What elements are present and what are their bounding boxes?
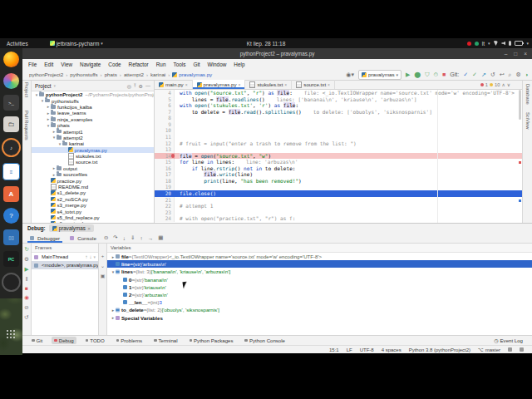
toolwindow-git[interactable]: Git bbox=[29, 337, 45, 344]
tree-item[interactable]: s1_delete.py bbox=[32, 190, 154, 195]
coverage-button[interactable]: ⛉ bbox=[425, 71, 429, 77]
window-title-bar[interactable]: pythonProject2 – pravalymas.py – □ × bbox=[22, 48, 532, 59]
step-into-icon[interactable]: ↓ bbox=[123, 235, 126, 241]
menu-help[interactable]: Help bbox=[234, 62, 244, 67]
event-log-button[interactable]: ◷Event Log bbox=[491, 337, 525, 344]
maximize-button[interactable]: □ bbox=[514, 51, 517, 57]
toolwindow-problems[interactable]: Problems bbox=[114, 337, 145, 344]
breadcrumb-item[interactable]: attempt2 bbox=[124, 71, 144, 77]
watch-options-icon[interactable]: ⌄ bbox=[101, 263, 105, 268]
variable-row[interactable]: ▾lines = {list: 3} ['bananai\n', 'kriaus… bbox=[107, 268, 532, 275]
frame-down-icon[interactable]: ↓ bbox=[89, 254, 91, 259]
close-icon[interactable]: × bbox=[238, 82, 240, 87]
tree-item[interactable]: ▾karinai bbox=[32, 140, 154, 146]
editor-scrollbar[interactable] bbox=[519, 90, 521, 223]
restore-layout-icon[interactable]: ↺ bbox=[24, 314, 28, 321]
search-icon[interactable]: ⌕ bbox=[509, 71, 512, 77]
update-project-icon[interactable]: ✓ bbox=[463, 71, 468, 77]
settings-icon[interactable]: ⚙ bbox=[139, 83, 143, 89]
view-options-icon[interactable]: ▣ bbox=[101, 273, 106, 278]
code-line[interactable]: 18 print(line, "has been removed!") bbox=[155, 178, 522, 185]
editor-tab[interactable]: source.txt× bbox=[292, 80, 335, 89]
lock-icon[interactable] bbox=[508, 347, 512, 352]
code-line[interactable]: 17 file.write(line) bbox=[155, 171, 522, 178]
rollback-icon[interactable]: ↩ bbox=[500, 71, 505, 77]
breadcrumb-item[interactable]: pythonProject2 bbox=[29, 71, 63, 77]
tool-strip-project[interactable]: Project bbox=[24, 82, 29, 97]
dock-libreoffice-writer-icon[interactable]: ≡ bbox=[2, 163, 20, 180]
tool-strip-sciview[interactable]: SciView bbox=[525, 112, 530, 130]
menu-window[interactable]: Window bbox=[208, 62, 227, 67]
tree-item[interactable]: ▸funkcijos_kalba bbox=[32, 104, 154, 110]
breadcrumb-item[interactable]: karinai bbox=[150, 71, 165, 77]
toolwindow-todo[interactable]: TODO bbox=[83, 337, 107, 344]
tree-item[interactable]: pravalymas.py bbox=[32, 147, 154, 153]
status-item[interactable]: 15:1 bbox=[329, 347, 339, 352]
project-panel-header[interactable]: Project ▾ ◎ ⤒ ⚙ — bbox=[32, 81, 154, 91]
tree-item[interactable]: ▾attempt2 bbox=[32, 135, 154, 140]
system-tray[interactable]: lt ▾ ▾ bbox=[467, 41, 529, 47]
collapse-all-icon[interactable]: ⤒ bbox=[134, 83, 136, 89]
variable-row[interactable]: 1 = {str} 'kriause\n' bbox=[107, 283, 532, 291]
tree-item[interactable]: ▾phats bbox=[32, 122, 154, 128]
code-line[interactable]: 12# fruit = input("enter a trash to remo… bbox=[155, 140, 522, 147]
toolwindow-debug[interactable]: Debug bbox=[52, 337, 76, 344]
variable-row[interactable]: 2 = {str} 'arbuzas\n' bbox=[107, 291, 532, 298]
editor-tab[interactable]: main.py× bbox=[155, 80, 193, 89]
locate-icon[interactable]: ◎ bbox=[127, 83, 131, 89]
history-icon[interactable]: ↺ bbox=[490, 71, 495, 77]
notifications-icon[interactable] bbox=[520, 347, 524, 352]
tool-strip-database[interactable]: Database bbox=[525, 84, 530, 105]
code-line[interactable]: 23 bbox=[155, 209, 522, 216]
code-with-me-icon[interactable]: ◗ bbox=[525, 71, 529, 77]
toolwindow-python-console[interactable]: Python Console bbox=[242, 337, 288, 344]
breadcrumb-item[interactable]: pravalymas.py bbox=[172, 71, 212, 77]
breadcrumb-item[interactable]: pythonstuffs bbox=[70, 71, 97, 77]
toolwindow-terminal[interactable]: Terminal bbox=[151, 337, 180, 344]
step-over-icon[interactable]: ↷ bbox=[113, 234, 117, 241]
code-line[interactable]: 19 bbox=[155, 184, 522, 190]
settings-icon[interactable]: ⚙ bbox=[24, 256, 29, 263]
menu-refactor[interactable]: Refactor bbox=[129, 62, 149, 67]
code-area[interactable]: 4with open("source.txt", "r") as file:fi… bbox=[155, 90, 522, 223]
rerun-icon[interactable]: ↻ bbox=[24, 246, 28, 253]
tool-strip-pull-requests[interactable]: Pull Requests bbox=[24, 111, 29, 140]
show-execution-point-icon[interactable]: ⊙ bbox=[104, 234, 108, 241]
dock-rhythmbox-icon[interactable]: ♪ bbox=[2, 138, 21, 157]
tab-debugger[interactable]: Debugger bbox=[27, 234, 62, 243]
run-button[interactable]: ▶ bbox=[406, 71, 410, 77]
tree-item[interactable]: s4_totxt.py bbox=[32, 208, 154, 214]
close-button[interactable]: × bbox=[524, 51, 527, 57]
inspections-widget[interactable]: 1 10 ∧ ∨ bbox=[480, 82, 510, 87]
menu-tools[interactable]: Tools bbox=[173, 62, 185, 67]
dock-ubuntu-software-icon[interactable]: A bbox=[3, 186, 19, 202]
run-to-cursor-icon[interactable]: → bbox=[148, 235, 154, 241]
dock-lens-icon[interactable] bbox=[2, 273, 21, 292]
code-line[interactable]: 22# attempt 1 bbox=[155, 203, 522, 209]
code-line[interactable]: 8 bbox=[155, 115, 522, 121]
code-line[interactable]: 13 bbox=[155, 146, 522, 153]
resume-icon[interactable]: ▶ bbox=[25, 266, 29, 273]
code-line[interactable]: 11 bbox=[155, 134, 522, 140]
status-item[interactable]: 4 spaces bbox=[382, 347, 401, 352]
evaluate-expression-icon[interactable]: ▦ bbox=[158, 234, 163, 241]
debug-button[interactable]: ⬤ bbox=[415, 71, 421, 77]
view-breakpoints-icon[interactable]: ◉ bbox=[24, 294, 29, 301]
code-line[interactable]: 14file = open("source.txt", "w") bbox=[155, 153, 522, 160]
next-issue-icon[interactable]: ∨ bbox=[507, 82, 510, 87]
close-icon[interactable]: ✕ bbox=[87, 226, 91, 231]
clock[interactable]: Kt liep. 28 11:18 bbox=[247, 41, 286, 47]
dock-remmina-icon[interactable]: ▯▯ bbox=[3, 229, 19, 245]
tree-item[interactable]: ▾pythonstuffs bbox=[32, 97, 154, 103]
mute-breakpoints-icon[interactable]: ⊘ bbox=[24, 304, 28, 311]
menu-file[interactable]: File bbox=[28, 62, 37, 67]
stop-icon[interactable]: ■ bbox=[25, 285, 28, 291]
tree-item[interactable]: ▸sourcefiles bbox=[32, 171, 154, 177]
code-line[interactable]: 7 to_delete = file.read().splitlines()to… bbox=[155, 109, 522, 116]
variable-row[interactable]: 0 = {str} 'bananai\n' bbox=[107, 276, 532, 283]
code-line[interactable]: 16 if line.rstrip() not in to_delete: bbox=[155, 165, 522, 172]
close-icon[interactable]: × bbox=[328, 82, 330, 87]
frame-up-icon[interactable]: ↑ bbox=[85, 254, 87, 259]
code-line[interactable]: 5 lines = file.readlines()lines: ['banan… bbox=[155, 96, 522, 103]
toolwindow-python-packages[interactable]: Python Packages bbox=[187, 337, 236, 344]
